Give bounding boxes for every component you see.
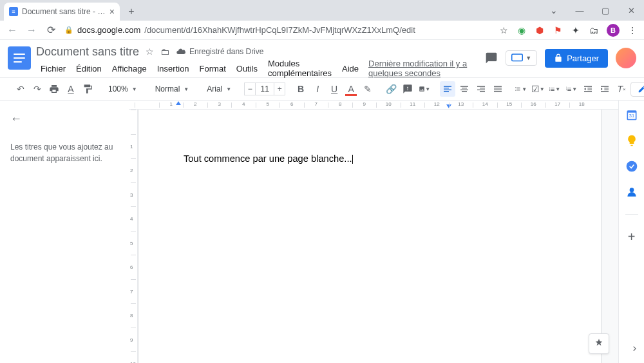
font-size-value[interactable]: 11	[256, 83, 274, 95]
docs-logo[interactable]	[8, 46, 31, 70]
close-tab-icon[interactable]: ×	[109, 6, 115, 17]
collapse-sidepanel-icon[interactable]: ›	[633, 342, 636, 354]
menu-aide[interactable]: Aide	[337, 63, 363, 75]
account-avatar[interactable]	[616, 48, 636, 68]
italic-button[interactable]: I	[310, 81, 325, 97]
calendar-sideapp-icon[interactable]: 31	[625, 108, 638, 121]
bullet-list-button[interactable]: ▼	[547, 81, 562, 97]
align-justify-button[interactable]	[490, 81, 506, 97]
ruler-tick: 7	[131, 279, 136, 304]
explore-button[interactable]	[589, 333, 609, 354]
style-select[interactable]: Normal▼	[150, 81, 194, 97]
checklist-button[interactable]: ☑▼	[530, 81, 545, 97]
ruler-tick: 14	[473, 103, 497, 108]
page-content[interactable]: Tout commence par une page blanche...	[138, 110, 601, 208]
close-window-button[interactable]: ✕	[618, 0, 644, 21]
menu-insertion[interactable]: Insertion	[153, 63, 194, 75]
underline-button[interactable]: U	[327, 81, 342, 97]
extension-3-icon[interactable]: ⚑	[553, 25, 563, 35]
extension-icons: ☆ ◉ ⬢ ⚑ ✦ 🗂 B ⋮	[498, 24, 638, 37]
browser-tab[interactable]: ≡ Document sans titre - Google D ×	[4, 3, 120, 21]
last-edit-link[interactable]: Dernière modification il y a quelques se…	[368, 59, 480, 78]
line-spacing-button[interactable]: ▼	[513, 81, 529, 97]
insert-link-button[interactable]: 🔗	[383, 81, 399, 97]
numbered-list-button[interactable]: ▼	[564, 81, 579, 97]
editing-mode-select[interactable]: Édition ▼	[630, 82, 644, 97]
present-button[interactable]: ▼	[506, 50, 537, 66]
document-text: Tout commence par une page blanche...	[184, 153, 352, 164]
reload-icon[interactable]: ⟳	[45, 24, 57, 36]
minimize-button[interactable]: —	[567, 0, 592, 21]
maximize-button[interactable]: ▢	[592, 0, 618, 21]
align-left-button[interactable]	[440, 81, 455, 97]
zoom-select[interactable]: 100%▼	[103, 81, 142, 97]
menu-format[interactable]: Format	[195, 63, 231, 75]
menu-fichier[interactable]: Fichier	[36, 63, 70, 75]
tasks-sideapp-icon[interactable]	[625, 160, 638, 173]
ruler-tick	[135, 103, 159, 108]
document-title[interactable]: Document sans titre	[36, 45, 139, 59]
highlight-button[interactable]: ✎	[360, 81, 375, 97]
profile-avatar[interactable]: B	[607, 24, 620, 37]
increase-font-button[interactable]: +	[274, 83, 285, 95]
paint-format-button[interactable]	[80, 81, 95, 97]
window-controls: ⌄ — ▢ ✕	[541, 0, 644, 21]
document-page[interactable]: Tout commence par une page blanche...	[138, 110, 601, 363]
outline-panel: ← Les titres que vous ajoutez au documen…	[0, 101, 129, 363]
ruler-tick: 13	[449, 103, 473, 108]
ruler-tick: 2	[131, 158, 136, 182]
increase-indent-button[interactable]	[597, 81, 612, 97]
extension-2-icon[interactable]: ⬢	[535, 25, 545, 35]
formatting-toolbar: ↶ ↷ A 100%▼ Normal▼ Arial▼ − 11 + B I U …	[0, 77, 644, 101]
menu-modulescomplmentaires[interactable]: Modules complémentaires	[263, 57, 336, 79]
menu-affichage[interactable]: Affichage	[108, 63, 151, 75]
close-outline-icon[interactable]: ←	[10, 112, 118, 126]
ruler-tick: 1	[131, 134, 136, 159]
bold-button[interactable]: B	[293, 81, 308, 97]
comment-history-icon[interactable]	[485, 52, 498, 64]
keep-sideapp-icon[interactable]	[625, 134, 638, 147]
ruler-tick: 5	[256, 103, 280, 108]
ruler-tick: 8	[328, 103, 352, 108]
clear-formatting-button[interactable]: T×	[614, 81, 629, 97]
ruler-tick: 7	[304, 103, 328, 108]
spellcheck-button[interactable]: A	[63, 81, 79, 97]
ruler-tick: 8	[131, 303, 136, 328]
save-status[interactable]: Enregistré dans Drive	[176, 46, 263, 57]
ruler-tick: 6	[279, 103, 304, 108]
star-icon[interactable]: ☆	[498, 25, 509, 35]
extensions-puzzle-icon[interactable]: ✦	[571, 25, 581, 35]
add-sideapp-icon[interactable]: +	[625, 230, 638, 243]
new-tab-button[interactable]: +	[124, 4, 139, 19]
font-size-control: − 11 +	[244, 83, 285, 95]
ruler-tick: 12	[424, 103, 449, 108]
ruler-tick: 10	[376, 103, 401, 108]
chrome-menu-icon[interactable]: ⋮	[627, 25, 638, 35]
align-right-button[interactable]	[473, 81, 489, 97]
insert-comment-button[interactable]	[400, 81, 415, 97]
undo-button[interactable]: ↶	[13, 81, 28, 97]
horizontal-ruler[interactable]: 123456789101112131415161718	[129, 101, 618, 110]
print-button[interactable]	[46, 81, 62, 97]
pencil-icon	[638, 84, 644, 93]
text-color-button[interactable]: A	[343, 81, 359, 97]
menu-outils[interactable]: Outils	[232, 63, 262, 75]
decrease-font-button[interactable]: −	[244, 83, 256, 95]
insert-image-button[interactable]: ▼	[417, 81, 432, 97]
share-button[interactable]: Partager	[545, 49, 608, 68]
decrease-indent-button[interactable]	[580, 81, 596, 97]
font-select[interactable]: Arial▼	[202, 81, 236, 97]
reading-list-icon[interactable]: 🗂	[589, 25, 599, 35]
redo-button[interactable]: ↷	[30, 81, 45, 97]
tab-search-icon[interactable]: ⌄	[541, 0, 567, 21]
move-document-icon[interactable]: 🗀	[160, 46, 169, 57]
align-center-button[interactable]	[457, 81, 472, 97]
contacts-sideapp-icon[interactable]	[625, 186, 638, 199]
star-document-icon[interactable]: ☆	[146, 46, 154, 57]
nav-back-icon[interactable]: ←	[6, 25, 18, 36]
url-field[interactable]: 🔒 docs.google.com/document/d/16XhahKWjfh…	[64, 25, 491, 35]
vertical-ruler[interactable]: 1234567891011121314	[129, 110, 138, 363]
menu-dition[interactable]: Édition	[71, 63, 106, 75]
ruler-tick: 3	[131, 182, 136, 207]
extension-1-icon[interactable]: ◉	[516, 25, 527, 35]
